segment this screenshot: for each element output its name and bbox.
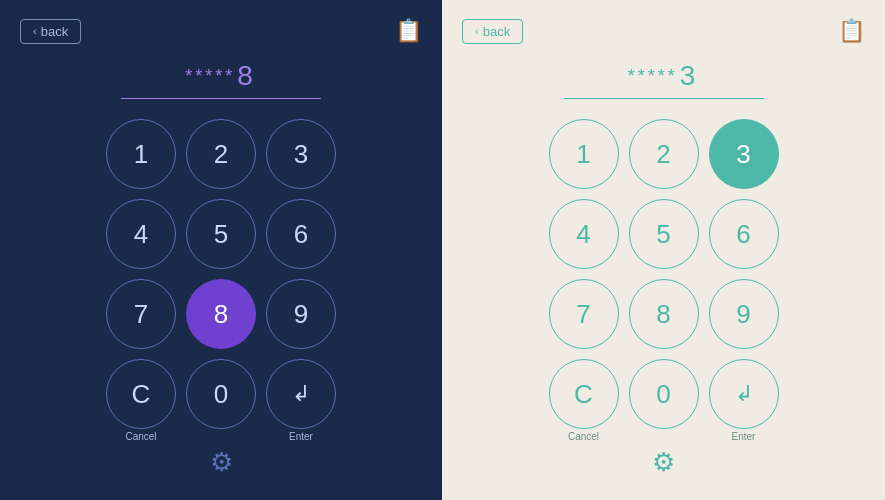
left-btn-6[interactable]: 6 <box>266 199 336 269</box>
right-top-bar: ‹ back 📋 <box>442 0 885 44</box>
right-btn-cancel[interactable]: C <box>549 359 619 429</box>
left-btn-3[interactable]: 3 <box>266 119 336 189</box>
left-calendar-icon[interactable]: 📋 <box>395 18 422 44</box>
right-btn-8[interactable]: 8 <box>629 279 699 349</box>
left-settings-icon[interactable]: ⚙ <box>210 447 233 478</box>
right-btn-7[interactable]: 7 <box>549 279 619 349</box>
right-btn-2[interactable]: 2 <box>629 119 699 189</box>
left-cancel-label: Cancel <box>106 431 176 442</box>
right-btn-3[interactable]: 3 <box>709 119 779 189</box>
right-enter-label: Enter <box>709 431 779 442</box>
right-btn-enter[interactable]: ↲ <box>709 359 779 429</box>
right-numpad: 1 2 3 4 5 6 7 8 9 C 0 ↲ <box>549 119 779 429</box>
left-enter-label: Enter <box>266 431 336 442</box>
right-back-button[interactable]: ‹ back <box>462 19 523 44</box>
right-settings-area: ⚙ <box>652 447 675 478</box>
left-pin-display: ***** 8 <box>121 60 321 99</box>
right-calendar-icon[interactable]: 📋 <box>838 18 865 44</box>
left-btn-enter[interactable]: ↲ <box>266 359 336 429</box>
left-btn-2[interactable]: 2 <box>186 119 256 189</box>
left-btn-1[interactable]: 1 <box>106 119 176 189</box>
back-arrow-right-icon: ‹ <box>475 25 479 37</box>
right-pin-display: ***** 3 <box>564 60 764 99</box>
left-pin-dots: ***** <box>185 66 235 87</box>
left-btn-0[interactable]: 0 <box>186 359 256 429</box>
right-btn-6[interactable]: 6 <box>709 199 779 269</box>
left-panel: ‹ back 📋 ***** 8 1 2 3 4 5 6 7 8 9 C 0 ↲… <box>0 0 442 500</box>
left-btn-4[interactable]: 4 <box>106 199 176 269</box>
left-numpad: 1 2 3 4 5 6 7 8 9 C 0 ↲ <box>106 119 336 429</box>
back-arrow-icon: ‹ <box>33 25 37 37</box>
right-pin-digit: 3 <box>680 60 700 92</box>
left-back-label: back <box>41 24 68 39</box>
right-cancel-label: Cancel <box>549 431 619 442</box>
left-top-bar: ‹ back 📋 <box>0 0 442 44</box>
left-btn-cancel[interactable]: C <box>106 359 176 429</box>
right-btn-0[interactable]: 0 <box>629 359 699 429</box>
right-btn-9[interactable]: 9 <box>709 279 779 349</box>
left-pin-digit: 8 <box>237 60 257 92</box>
right-btn-4[interactable]: 4 <box>549 199 619 269</box>
left-btn-9[interactable]: 9 <box>266 279 336 349</box>
left-back-button[interactable]: ‹ back <box>20 19 81 44</box>
right-settings-icon[interactable]: ⚙ <box>652 447 675 478</box>
right-btn-5[interactable]: 5 <box>629 199 699 269</box>
right-pin-dots: ***** <box>628 66 678 87</box>
left-btn-8[interactable]: 8 <box>186 279 256 349</box>
left-settings-area: ⚙ <box>210 447 233 478</box>
right-btn-1[interactable]: 1 <box>549 119 619 189</box>
right-back-label: back <box>483 24 510 39</box>
right-panel: ‹ back 📋 ***** 3 1 2 3 4 5 6 7 8 9 C 0 ↲… <box>442 0 885 500</box>
left-btn-5[interactable]: 5 <box>186 199 256 269</box>
left-btn-7[interactable]: 7 <box>106 279 176 349</box>
